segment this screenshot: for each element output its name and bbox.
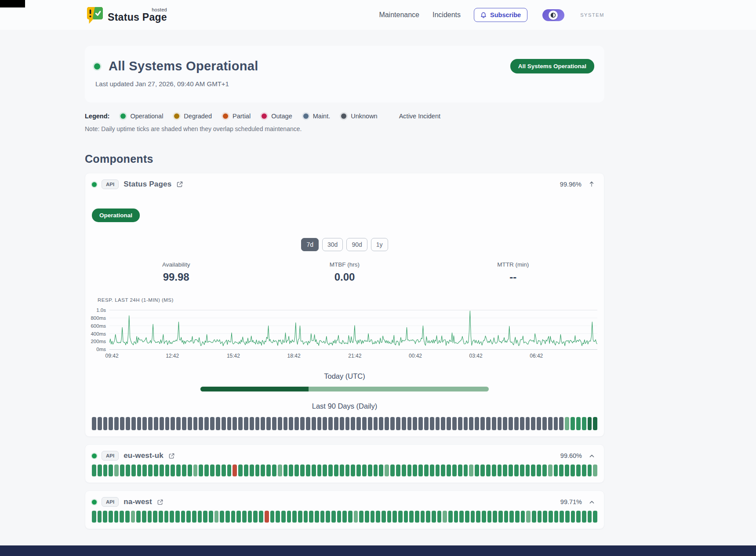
x-tick-label: 15:42 [227, 353, 240, 359]
subscribe-label: Subscribe [490, 11, 521, 18]
external-link-icon[interactable] [168, 453, 175, 459]
uptime-day-tick [137, 465, 142, 476]
today-progress-fill [200, 387, 309, 391]
uptime-day-tick [114, 417, 119, 430]
uptime-day-tick [148, 465, 153, 476]
uptime-day-tick [413, 417, 417, 430]
uptime-day-tick [480, 465, 485, 476]
uptime-day-tick [165, 417, 170, 430]
uptime-day-tick [253, 511, 258, 523]
range-button-7d[interactable]: 7d [301, 238, 319, 251]
uptime-day-tick [142, 511, 146, 523]
component-header: API Status Pages 99.96% [92, 179, 597, 189]
expand-component-icon[interactable] [589, 500, 595, 504]
component-status-dot [92, 500, 97, 505]
uptime-day-tick [210, 417, 214, 430]
uptime-day-tick [362, 465, 367, 476]
uptime-day-tick [103, 511, 107, 523]
uptime-day-tick [498, 511, 503, 523]
uptime-day-tick [464, 417, 468, 430]
uptime-day-tick [170, 511, 174, 523]
history-label: Last 90 Days (Daily) [92, 402, 597, 410]
uptime-day-tick [493, 511, 497, 523]
uptime-day-tick [248, 511, 252, 523]
legend-item-maint: Maint. [303, 113, 331, 120]
last-updated-text: Last updated Jan 27, 2026, 09:40 AM GMT+… [95, 80, 258, 88]
uptime-day-tick [272, 417, 276, 430]
uptime-day-tick [312, 465, 316, 476]
uptime-day-tick [109, 511, 113, 523]
uptime-day-tick [465, 511, 469, 523]
uptime-day-tick [198, 511, 202, 523]
uptime-day-tick [475, 417, 479, 430]
uptime-day-tick [294, 465, 299, 476]
subscribe-button[interactable]: Subscribe [474, 8, 527, 22]
uptime-day-tick [340, 417, 344, 430]
time-range-selector: 7d 30d 90d 1y [92, 238, 597, 251]
uptime-day-tick [396, 465, 400, 476]
range-button-30d[interactable]: 30d [322, 238, 343, 251]
theme-toggle[interactable] [542, 9, 564, 21]
uptime-day-tick [334, 417, 338, 430]
uptime-day-tick [521, 511, 525, 523]
range-button-90d[interactable]: 90d [346, 238, 367, 251]
uptime-day-tick [266, 417, 271, 430]
uptime-day-tick [337, 511, 342, 523]
uptime-day-tick [356, 465, 361, 476]
theme-mode-label: SYSTEM [580, 12, 604, 18]
uptime-day-tick [526, 417, 530, 430]
nav-incidents[interactable]: Incidents [433, 11, 461, 19]
uptime-day-tick [250, 417, 254, 430]
uptime-day-tick [486, 465, 491, 476]
uptime-history-ticks [92, 511, 597, 523]
component-name-link[interactable]: eu-west-uk [124, 451, 164, 460]
legend-item-label: Maint. [313, 113, 331, 120]
uptime-day-tick [469, 465, 473, 476]
component-name-link[interactable]: Status Pages [124, 180, 171, 189]
uptime-day-tick [469, 417, 473, 430]
uptime-day-tick [593, 465, 597, 476]
component-uptime-value: 99.60% [560, 452, 582, 459]
uptime-day-tick [294, 417, 299, 430]
partial-dot-icon [223, 113, 228, 119]
uptime-day-tick [270, 511, 275, 523]
uptime-day-tick [176, 465, 181, 476]
component-status-dot [92, 182, 97, 187]
legend-active-incident-label: Active Incident [399, 113, 440, 120]
uptime-day-tick [480, 417, 485, 430]
uptime-day-tick [351, 465, 355, 476]
uptime-day-tick [182, 465, 186, 476]
external-link-icon[interactable] [176, 181, 183, 188]
uptime-day-tick [284, 417, 288, 430]
uptime-day-tick [136, 511, 141, 523]
range-button-1y[interactable]: 1y [371, 238, 388, 251]
uptime-day-tick [306, 417, 310, 430]
uptime-day-tick [182, 417, 186, 430]
legend-item-unknown: Unknown [341, 113, 377, 120]
uptime-day-tick [192, 511, 196, 523]
y-tick-label: 200ms [91, 339, 106, 344]
uptime-day-tick [452, 465, 457, 476]
uptime-day-tick [148, 417, 153, 430]
uptime-day-tick [571, 511, 575, 523]
uptime-day-tick [459, 511, 464, 523]
component-name-link[interactable]: na-west [124, 497, 152, 506]
uptime-day-tick [424, 465, 429, 476]
uptime-day-tick [476, 511, 480, 523]
expand-component-icon[interactable] [589, 454, 595, 458]
uptime-day-tick [120, 511, 124, 523]
uptime-day-tick [565, 511, 570, 523]
overall-status-dot [94, 63, 100, 70]
uptime-day-tick [415, 511, 419, 523]
uptime-day-tick [114, 511, 119, 523]
uptime-day-tick [582, 465, 586, 476]
external-link-icon[interactable] [157, 499, 164, 505]
collapse-component-icon[interactable] [589, 181, 595, 188]
uptime-day-tick [482, 511, 486, 523]
uptime-day-tick [448, 511, 453, 523]
uptime-day-tick [396, 417, 400, 430]
uptime-day-tick [154, 465, 158, 476]
app-logo[interactable]: hosted Status Page [85, 6, 167, 24]
nav-maintenance[interactable]: Maintenance [379, 11, 419, 19]
maintenance-dot-icon [303, 113, 309, 119]
